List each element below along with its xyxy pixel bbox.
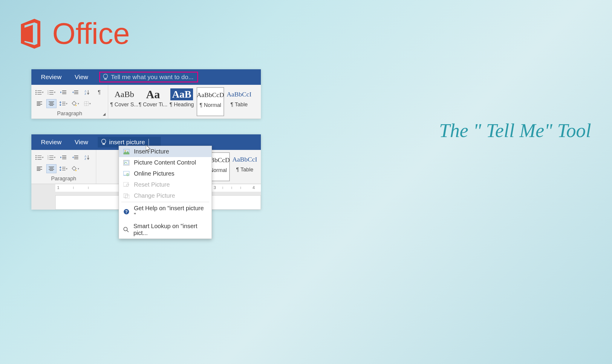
text-caret xyxy=(149,139,149,145)
svg-rect-41 xyxy=(49,156,53,156)
tell-me-placeholder: Tell me what you want to do... xyxy=(111,73,194,81)
office-logo: Office xyxy=(18,16,130,51)
svg-rect-16 xyxy=(74,92,78,93)
svg-rect-11 xyxy=(49,94,53,95)
style-table[interactable]: AaBbCcI¶ Table xyxy=(225,87,253,116)
picture-control-icon xyxy=(123,159,130,166)
svg-rect-3 xyxy=(37,92,42,93)
increase-indent-button[interactable] xyxy=(70,153,80,162)
svg-rect-9 xyxy=(49,92,53,93)
style-normal[interactable]: AaBbCcD¶ Normal xyxy=(197,87,224,116)
svg-rect-29 xyxy=(62,103,65,104)
menu-change-picture: Change Picture xyxy=(119,190,212,201)
menu-insert-picture[interactable]: Insert Picture xyxy=(119,146,212,157)
svg-rect-39 xyxy=(37,159,42,160)
svg-text:3: 3 xyxy=(48,93,49,95)
show-hide-button[interactable]: ¶ xyxy=(94,88,104,97)
style-heading[interactable]: AaB¶ Heading xyxy=(168,87,195,116)
sort-button[interactable]: AZ xyxy=(82,153,92,162)
svg-rect-34 xyxy=(36,155,36,156)
tell-me-box[interactable]: Tell me what you want to do... xyxy=(99,72,198,82)
increase-indent-button[interactable] xyxy=(70,88,80,97)
svg-rect-28 xyxy=(62,102,65,102)
paragraph-group-label: Paragraph xyxy=(34,174,93,182)
svg-rect-51 xyxy=(74,159,78,159)
style-cover-s[interactable]: AaBb¶ Cover S... xyxy=(111,87,138,116)
menu-smart-lookup[interactable]: Smart Lookup on "insert pict... xyxy=(119,221,212,239)
svg-rect-22 xyxy=(37,104,42,105)
svg-rect-15 xyxy=(74,90,78,91)
align-center-button[interactable] xyxy=(46,99,56,108)
menu-online-pictures[interactable]: Online Pictures xyxy=(119,168,212,179)
mouse-cursor xyxy=(146,145,152,153)
svg-rect-13 xyxy=(62,92,66,93)
svg-rect-37 xyxy=(37,157,42,158)
svg-rect-57 xyxy=(37,170,40,171)
svg-rect-64 xyxy=(62,170,65,171)
change-picture-icon xyxy=(123,193,130,199)
svg-point-76 xyxy=(124,227,127,231)
tab-view[interactable]: View xyxy=(68,69,95,85)
style-table[interactable]: AaBbCcI¶ Table xyxy=(231,152,258,181)
shading-button[interactable]: ▾ xyxy=(70,99,80,108)
tab-review[interactable]: Review xyxy=(34,134,68,150)
office-icon xyxy=(18,19,43,49)
svg-rect-36 xyxy=(36,157,36,158)
svg-rect-12 xyxy=(62,90,66,91)
bullets-button[interactable]: ▾ xyxy=(34,153,45,162)
svg-rect-58 xyxy=(49,167,54,167)
menu-picture-content-control[interactable]: Picture Content Control xyxy=(119,157,212,168)
svg-rect-46 xyxy=(62,156,66,156)
align-center-button[interactable] xyxy=(46,164,56,173)
help-icon: ? xyxy=(123,208,130,215)
svg-rect-50 xyxy=(74,157,78,158)
sort-button[interactable]: AZ xyxy=(82,88,92,97)
svg-rect-4 xyxy=(36,94,36,95)
svg-rect-55 xyxy=(37,168,40,168)
svg-rect-72 xyxy=(123,194,128,197)
decrease-indent-button[interactable] xyxy=(58,88,68,97)
paragraph-group: ▾ 123▾ AZ ¶ xyxy=(31,85,108,119)
svg-text:Z: Z xyxy=(85,157,86,160)
svg-rect-21 xyxy=(37,103,40,103)
styles-gallery: AaBb¶ Cover S... Aa¶ Cover Ti... AaB¶ He… xyxy=(108,85,255,119)
tell-me-input-text: insert picture xyxy=(109,139,145,146)
svg-rect-47 xyxy=(62,157,66,158)
tab-view[interactable]: View xyxy=(68,134,95,150)
borders-button[interactable]: ▾ xyxy=(82,99,92,108)
svg-text:?: ? xyxy=(125,209,128,214)
titlebar: Review View Tell me what you want to do.… xyxy=(31,69,261,85)
tab-review[interactable]: Review xyxy=(34,69,68,85)
slide-title: The " Tell Me" Tool xyxy=(439,119,591,142)
lightbulb-icon xyxy=(102,73,108,81)
menu-get-help[interactable]: ? Get Help on "insert picture " xyxy=(119,203,212,221)
align-left-button[interactable] xyxy=(34,99,45,108)
svg-rect-54 xyxy=(37,167,42,167)
svg-rect-60 xyxy=(49,169,54,170)
bullets-button[interactable]: ▾ xyxy=(34,88,45,97)
decrease-indent-button[interactable] xyxy=(58,153,68,162)
line-spacing-button[interactable]: ▾ xyxy=(58,164,68,173)
svg-rect-30 xyxy=(62,105,65,105)
ribbon: ▾ 123▾ AZ ¶ xyxy=(31,85,261,119)
align-left-button[interactable] xyxy=(34,164,45,173)
svg-rect-26 xyxy=(49,104,54,105)
svg-rect-17 xyxy=(74,93,78,94)
paragraph-group-label: Paragraph ◢ xyxy=(34,109,105,117)
svg-rect-0 xyxy=(36,90,36,91)
svg-rect-23 xyxy=(37,105,40,106)
paragraph-dialog-launcher[interactable]: ◢ xyxy=(103,112,105,116)
svg-rect-27 xyxy=(50,105,53,106)
svg-rect-73 xyxy=(125,195,129,199)
svg-rect-24 xyxy=(49,102,54,102)
online-pictures-icon xyxy=(123,171,130,177)
svg-rect-63 xyxy=(62,168,65,169)
shading-button[interactable]: ▾ xyxy=(70,164,80,173)
word-window-placeholder: Review View Tell me what you want to do.… xyxy=(31,69,261,119)
line-spacing-button[interactable]: ▾ xyxy=(58,99,68,108)
svg-rect-31 xyxy=(84,102,88,106)
svg-line-77 xyxy=(127,231,128,232)
numbering-button[interactable]: 123▾ xyxy=(46,153,56,162)
numbering-button[interactable]: 123▾ xyxy=(46,88,56,97)
style-cover-ti[interactable]: Aa¶ Cover Ti... xyxy=(139,87,167,116)
